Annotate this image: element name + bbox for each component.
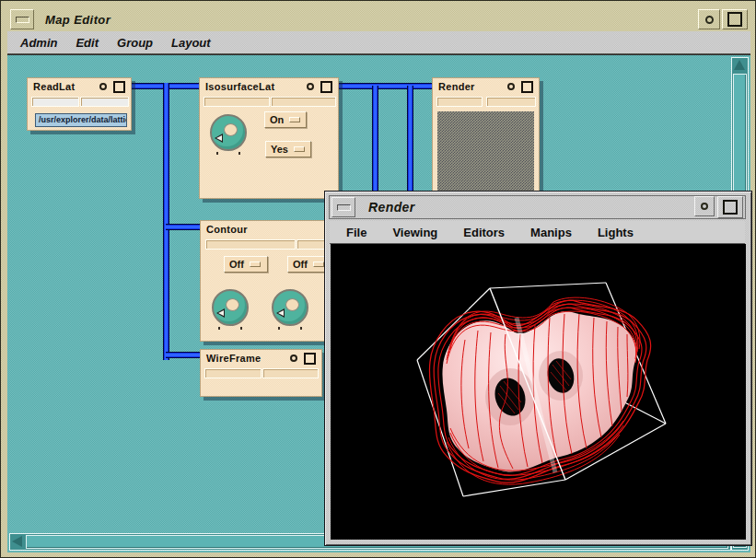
module-maximize-button[interactable] [521, 81, 533, 93]
option-indicator-icon [250, 262, 261, 267]
minimize-button[interactable] [698, 9, 720, 29]
option-menu-off-1[interactable]: Off [224, 256, 268, 273]
window-title: Map Editor [45, 13, 110, 27]
module-bar[interactable] [204, 368, 262, 378]
option-indicator-icon [294, 146, 305, 152]
window-menu-button[interactable] [10, 9, 34, 29]
module-dot-button[interactable] [290, 355, 297, 362]
maximize-button[interactable] [717, 196, 743, 218]
menu-group[interactable]: Group [117, 36, 153, 50]
module-bar[interactable] [271, 97, 336, 107]
dial-knob[interactable] [210, 114, 247, 151]
knob-hole [285, 298, 299, 311]
knob-hole [226, 298, 239, 311]
module-maximize-button[interactable] [320, 81, 332, 93]
menu-edit[interactable]: Edit [76, 36, 99, 50]
wire-branch-down[interactable] [163, 83, 169, 360]
menu-manips[interactable]: Manips [530, 226, 572, 239]
module-maximize-button[interactable] [304, 353, 316, 365]
knob-hole [224, 123, 238, 136]
render-titlebar[interactable]: Render [329, 195, 746, 219]
module-bar[interactable] [436, 97, 483, 107]
dial-knob[interactable] [212, 289, 249, 326]
module-bar[interactable] [204, 97, 270, 107]
module-title: Contour [201, 224, 248, 235]
option-menu-yes[interactable]: Yes [265, 141, 311, 157]
module-title: IsosurfaceLat [200, 81, 274, 92]
file-path-field[interactable]: /usr/explorer/data/lattice [35, 113, 127, 127]
map-editor-titlebar[interactable]: Map Editor [7, 7, 750, 32]
square-icon [727, 12, 742, 27]
module-render-header[interactable]: Render [433, 78, 539, 95]
module-dot-button[interactable] [507, 83, 515, 90]
minimize-button[interactable] [694, 196, 715, 216]
option-menu-on[interactable]: On [264, 111, 307, 128]
module-contour-header[interactable]: Contour [201, 221, 339, 238]
dash-icon [337, 204, 351, 211]
module-maximize-button[interactable] [113, 81, 125, 93]
module-title: WireFrame [201, 353, 261, 364]
3d-scene [331, 244, 746, 540]
scroll-left-icon[interactable] [12, 536, 22, 547]
module-readlat-header[interactable]: ReadLat [28, 78, 131, 95]
menu-editors[interactable]: Editors [463, 226, 505, 239]
render-menubar: File Viewing Editors Manips Lights [330, 221, 745, 244]
wire-drop-2[interactable] [407, 86, 413, 198]
menu-viewing[interactable]: Viewing [392, 226, 437, 239]
menu-admin[interactable]: Admin [20, 36, 57, 50]
wire-drop-1[interactable] [372, 86, 378, 198]
menu-layout[interactable]: Layout [171, 36, 211, 50]
module-title: ReadLat [28, 81, 76, 92]
render-viewport[interactable] [331, 244, 746, 540]
option-indicator-icon [313, 262, 324, 267]
dot-icon [705, 16, 714, 24]
module-contour[interactable]: Contour Off Off [200, 220, 340, 342]
window-title: Render [368, 200, 415, 215]
square-icon [723, 200, 738, 215]
dot-icon [701, 203, 708, 210]
menu-lights[interactable]: Lights [598, 226, 634, 239]
option-indicator-icon [289, 117, 300, 122]
module-readlat[interactable]: ReadLat /usr/explorer/data/lattice [27, 77, 132, 131]
dial-knob[interactable] [272, 289, 308, 326]
module-bar[interactable] [80, 97, 129, 107]
menu-file[interactable]: File [346, 226, 366, 239]
module-bar[interactable] [486, 97, 536, 107]
module-title: Render [433, 81, 475, 92]
module-render[interactable]: Render [432, 77, 540, 199]
render-preview-stipple [437, 111, 534, 193]
module-wireframe[interactable]: WireFrame [200, 349, 322, 397]
scroll-up-icon[interactable] [734, 60, 745, 70]
module-bar[interactable] [205, 239, 296, 250]
dash-icon [16, 17, 29, 23]
module-isosurfacelat[interactable]: IsosurfaceLat On Yes [199, 77, 339, 199]
window-menu-button[interactable] [331, 197, 355, 217]
render-window: Render File Viewing Editors Manips Light… [324, 191, 752, 546]
module-dot-button[interactable] [307, 83, 314, 90]
module-wireframe-header[interactable]: WireFrame [201, 350, 321, 366]
module-bar[interactable] [31, 97, 79, 107]
module-isosurfacelat-header[interactable]: IsosurfaceLat [200, 78, 338, 95]
maximize-button[interactable] [722, 9, 748, 29]
map-editor-menubar: Admin Edit Group Layout [7, 31, 750, 54]
module-dot-button[interactable] [99, 83, 107, 90]
module-bar[interactable] [262, 368, 319, 378]
